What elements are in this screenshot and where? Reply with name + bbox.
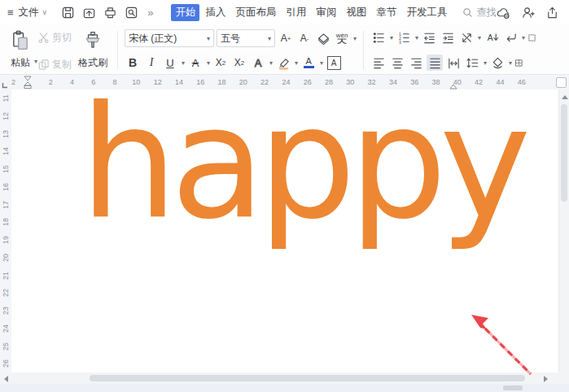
shading-caret-icon[interactable]: ▾ [509, 59, 512, 67]
svg-text:3: 3 [398, 40, 400, 45]
distribute-button[interactable] [445, 54, 462, 71]
horizontal-scrollbar[interactable] [0, 372, 569, 384]
increase-font-button[interactable]: A+ [278, 30, 294, 46]
more-commands-icon[interactable]: » [147, 7, 153, 19]
align-center-button[interactable] [389, 54, 405, 71]
ribbon-tab[interactable]: 开始 [171, 4, 199, 21]
font-color-caret-icon[interactable]: ▾ [320, 59, 323, 67]
document-text[interactable]: happy [80, 89, 524, 248]
italic-button[interactable]: I [143, 54, 160, 71]
numbered-list-button[interactable]: 123 [396, 29, 412, 46]
font-name-select[interactable]: 宋体 (正文) ▾ [125, 29, 214, 47]
vertical-scrollbar[interactable] [558, 89, 569, 372]
font-color-button[interactable]: A [300, 54, 317, 71]
ribbon-tab[interactable]: 插入 [201, 4, 230, 21]
decrease-indent-button[interactable] [421, 29, 437, 46]
wrap-button[interactable] [502, 29, 519, 46]
right-indent-marker[interactable] [449, 84, 457, 89]
format-painter-button[interactable]: 格式刷 [75, 29, 111, 71]
paste-button[interactable]: 粘贴▾ [7, 29, 34, 71]
line-spacing-caret-icon[interactable]: ▾ [484, 59, 487, 67]
character-scale-button[interactable] [458, 29, 475, 46]
ribbon-tab[interactable]: 章节 [372, 4, 400, 21]
horizontal-scroll-thumb[interactable] [90, 375, 525, 381]
search-box[interactable]: 查找 [462, 6, 496, 20]
font-name-value: 宋体 (正文) [129, 32, 177, 46]
decrease-font-button[interactable]: A- [296, 30, 313, 46]
align-left-button[interactable] [370, 54, 387, 71]
ribbon-tabs: 开始插入页面布局引用审阅视图章节开发工具 [171, 4, 451, 21]
scroll-right-icon[interactable] [544, 376, 548, 382]
align-right-button[interactable] [408, 54, 424, 71]
shading-button[interactable] [489, 54, 506, 71]
chevron-down-icon: ∨ [42, 8, 48, 16]
print-preview-icon[interactable] [125, 6, 138, 20]
ruler-toggle-icon[interactable] [556, 77, 567, 88]
font-size-select[interactable]: 五号 ▾ [217, 29, 275, 47]
ruler-number: 30 [339, 78, 361, 86]
underline-caret-icon[interactable]: ▾ [182, 59, 185, 67]
superscript-button[interactable]: X2 [212, 54, 229, 71]
ribbon-tab[interactable]: 审阅 [312, 4, 340, 21]
highlight-button[interactable] [275, 54, 291, 71]
status-chip [503, 385, 523, 390]
ribbon-tab[interactable]: 视图 [342, 4, 370, 21]
file-menu[interactable]: 文件 ∨ [19, 6, 48, 20]
line-spacing-button[interactable] [464, 54, 480, 71]
cloud-sync-icon[interactable] [496, 6, 511, 20]
vertical-scroll-thumb[interactable] [561, 104, 567, 202]
strikethrough-button[interactable]: A [187, 54, 204, 71]
tab-stop-selector[interactable] [2, 82, 8, 89]
bullet-list-caret-icon[interactable]: ▾ [390, 34, 393, 41]
ruler-number: 14 [169, 78, 190, 86]
cut-button[interactable]: 剪切 [37, 31, 72, 45]
subscript-button[interactable]: X2 [231, 54, 247, 71]
ribbon-tab[interactable]: 开发工具 [402, 4, 451, 21]
ruler-number: 32 [361, 78, 382, 86]
numbered-list-icon: 123 [397, 31, 411, 45]
numbered-list-caret-icon[interactable]: ▾ [415, 34, 418, 41]
wrap-caret-icon[interactable]: ▾ [522, 34, 525, 41]
clipped-icon [527, 31, 536, 45]
increase-indent-button[interactable] [440, 29, 456, 46]
share-icon[interactable] [545, 6, 559, 20]
clipped-border-button[interactable] [514, 56, 523, 70]
scroll-up-icon[interactable] [562, 95, 568, 99]
vertical-ruler[interactable]: 11121314151617181920212223242526 [0, 89, 11, 372]
document-page[interactable]: happy [11, 89, 558, 372]
ruler-number: 12 [147, 78, 168, 86]
print-icon[interactable] [103, 6, 117, 20]
phonetic-guide-button[interactable]: wén [334, 30, 350, 46]
line-break-icon [504, 31, 518, 45]
underline-button[interactable]: U [162, 54, 178, 71]
font-size-value: 五号 [221, 32, 240, 46]
text-effects-caret-icon[interactable]: ▾ [269, 59, 273, 67]
pinyin-caret-icon[interactable]: ▾ [353, 35, 357, 42]
copy-button[interactable]: 复制 [37, 58, 72, 72]
ruler-number: 34 [383, 78, 404, 86]
character-scale-icon [460, 31, 474, 45]
highlight-caret-icon[interactable]: ▾ [295, 59, 298, 67]
save-icon[interactable] [61, 6, 75, 20]
export-icon[interactable] [82, 6, 96, 20]
scroll-left-icon[interactable] [4, 376, 8, 382]
text-direction-button[interactable]: A [484, 29, 500, 46]
strikethrough-caret-icon[interactable]: ▾ [207, 59, 210, 67]
indent-marker[interactable] [24, 76, 32, 89]
add-collaborator-icon[interactable] [521, 6, 536, 20]
clipped-toolbar-button[interactable] [527, 31, 536, 45]
horizontal-ruler[interactable]: 2 24681012141618202224262830323436384042… [0, 75, 569, 89]
bullet-list-button[interactable] [370, 29, 387, 46]
ribbon-tab[interactable]: 页面布局 [231, 4, 280, 21]
justify-button[interactable] [427, 54, 443, 71]
main-menu-icon[interactable]: ≡ [7, 7, 14, 19]
text-effects-button[interactable]: A [250, 54, 266, 71]
ribbon-tab[interactable]: 引用 [282, 4, 310, 21]
ruler-number: 10 [125, 78, 147, 86]
clear-format-button[interactable] [315, 30, 331, 46]
bold-button[interactable]: B [125, 54, 141, 71]
character-border-button[interactable]: A [326, 54, 342, 71]
scissors-icon [37, 32, 50, 44]
character-scale-caret-icon[interactable]: ▾ [478, 34, 481, 41]
ruler-number: 28 [318, 78, 339, 86]
